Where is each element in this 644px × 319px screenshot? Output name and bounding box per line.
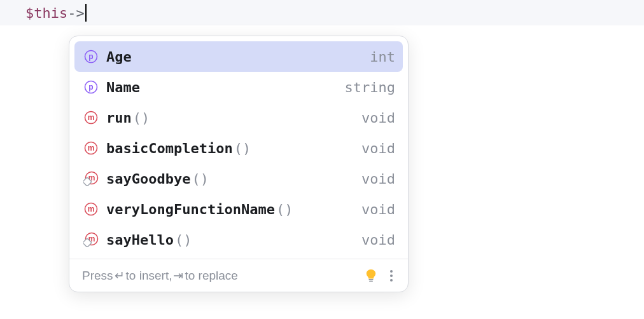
enter-key-icon: ↵ bbox=[115, 268, 125, 283]
completion-item-type: void bbox=[361, 110, 395, 126]
completion-item[interactable]: msayGoodbye()void bbox=[74, 163, 403, 194]
tab-key-icon: ⇥ bbox=[173, 268, 183, 283]
method-icon: m bbox=[82, 141, 100, 155]
completion-item-name: sayGoodbye bbox=[106, 171, 190, 187]
completion-item-type: void bbox=[361, 171, 395, 187]
completion-hint: Press ↵ to insert, ⇥ to replace bbox=[82, 268, 357, 283]
completion-item[interactable]: pAgeint bbox=[74, 41, 403, 72]
completion-item-name: veryLongFunctionName bbox=[106, 201, 275, 217]
completion-item-type: string bbox=[345, 79, 395, 95]
editor-line[interactable]: $this -> bbox=[0, 0, 644, 25]
more-options-icon[interactable] bbox=[385, 270, 398, 282]
svg-rect-16 bbox=[368, 279, 373, 280]
lightbulb-icon[interactable] bbox=[365, 269, 377, 283]
hint-text: Press bbox=[82, 269, 113, 283]
completion-item[interactable]: mbasicCompletion()void bbox=[74, 133, 403, 163]
method-icon: m bbox=[82, 202, 100, 216]
completion-item-params: () bbox=[133, 110, 150, 126]
completion-item-params: () bbox=[276, 201, 293, 217]
completion-item-type: void bbox=[361, 232, 395, 248]
completion-item-name: Name bbox=[106, 79, 140, 95]
completion-item[interactable]: mveryLongFunctionName()void bbox=[74, 194, 403, 224]
completion-item-name: sayHello bbox=[106, 232, 174, 248]
method-override-icon: m bbox=[82, 232, 100, 247]
svg-text:p: p bbox=[88, 83, 93, 92]
text-caret bbox=[85, 4, 87, 22]
completion-item-params: () bbox=[175, 232, 192, 248]
completion-list: pAgeintpNamestringmrun()voidmbasicComple… bbox=[69, 36, 408, 259]
completion-footer: Press ↵ to insert, ⇥ to replace bbox=[69, 259, 408, 292]
svg-text:m: m bbox=[88, 144, 95, 153]
method-override-icon: m bbox=[82, 171, 100, 186]
completion-item-type: void bbox=[361, 201, 395, 217]
completion-item-name: Age bbox=[106, 49, 132, 65]
hint-text: to insert, bbox=[126, 269, 172, 283]
property-icon: p bbox=[82, 80, 100, 94]
completion-item-name: run bbox=[106, 110, 132, 126]
completion-popup: pAgeintpNamestringmrun()voidmbasicComple… bbox=[69, 36, 409, 292]
code-token-arrow: -> bbox=[67, 5, 85, 21]
completion-item-type: void bbox=[361, 140, 395, 156]
completion-item-params: () bbox=[234, 140, 251, 156]
completion-item[interactable]: mrun()void bbox=[74, 102, 403, 133]
svg-text:p: p bbox=[88, 52, 93, 61]
hint-text: to replace bbox=[185, 269, 237, 283]
completion-item[interactable]: pNamestring bbox=[74, 72, 403, 102]
method-icon: m bbox=[82, 111, 100, 125]
svg-rect-17 bbox=[369, 280, 373, 282]
svg-text:m: m bbox=[88, 205, 95, 214]
completion-item-type: int bbox=[370, 49, 395, 65]
completion-item-name: basicCompletion bbox=[106, 140, 233, 156]
property-icon: p bbox=[82, 50, 100, 64]
code-token-variable: $this bbox=[25, 5, 67, 21]
svg-text:m: m bbox=[88, 113, 95, 122]
completion-item-params: () bbox=[192, 171, 209, 187]
completion-item[interactable]: msayHello()void bbox=[74, 224, 403, 255]
